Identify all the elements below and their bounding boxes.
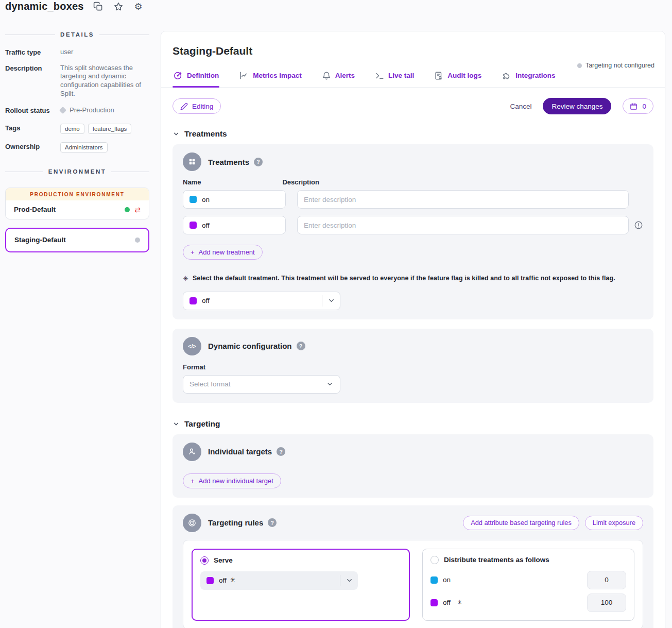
- environment-divider: ENVIRONMENT: [5, 168, 149, 175]
- treatments-section-heading: Treatments: [184, 129, 227, 139]
- treatment-description-input[interactable]: [297, 190, 629, 209]
- pencil-icon: [180, 103, 188, 110]
- format-label: Format: [183, 363, 643, 371]
- tags-label: Tags: [5, 124, 60, 132]
- individual-targets-help-icon[interactable]: ?: [277, 447, 285, 456]
- format-select[interactable]: Select format: [183, 375, 340, 394]
- favorite-star-icon[interactable]: [113, 1, 124, 12]
- change-queue-button[interactable]: 0: [623, 98, 653, 114]
- serve-label: Serve: [214, 556, 233, 564]
- environment-card-prod[interactable]: PRODUCTION ENVIRONMENT Prod-Default ⇄: [5, 188, 149, 219]
- production-environment-banner: PRODUCTION ENVIRONMENT: [6, 188, 149, 200]
- add-new-treatment-button[interactable]: + Add new treatment: [183, 245, 263, 260]
- puzzle-icon: [502, 71, 511, 80]
- info-icon[interactable]: [634, 220, 643, 232]
- dynamic-configuration-card: </> Dynamic configuration ? Format Selec…: [173, 329, 653, 403]
- chevron-down-icon: [322, 297, 340, 304]
- targeting-rules-help-icon[interactable]: ?: [268, 518, 277, 527]
- dynamic-configuration-title: Dynamic configuration: [208, 342, 292, 350]
- rollout-status-row: Rollout status Pre-Production: [5, 106, 149, 114]
- calendar-icon: [630, 103, 637, 110]
- targeting-section-toggle[interactable]: Targeting: [173, 419, 653, 429]
- tab-audit-logs[interactable]: Audit logs: [434, 67, 482, 87]
- cancel-button[interactable]: Cancel: [510, 103, 531, 110]
- copy-icon[interactable]: [93, 1, 104, 12]
- chevron-down-icon: [340, 576, 358, 584]
- distribution-percent-input-off[interactable]: [587, 593, 626, 612]
- ownership-label: Ownership: [5, 142, 60, 150]
- distribution-row: on: [430, 571, 626, 589]
- targeting-rules-card: Targeting rules ? Add attribute based ta…: [173, 505, 653, 628]
- chevron-down-icon: [173, 130, 180, 138]
- inactive-status-dot: [135, 237, 140, 243]
- rollout-status-value: Pre-Production: [60, 106, 149, 114]
- default-asterisk-icon: ✳: [457, 599, 462, 606]
- plus-icon: +: [191, 248, 195, 256]
- distribute-option-box[interactable]: Distribute treatments as follows on off …: [422, 549, 634, 621]
- owner-chip[interactable]: Administrators: [60, 142, 108, 152]
- tab-definition[interactable]: Definition: [173, 67, 219, 87]
- traffic-type-row: Traffic type user: [5, 48, 149, 57]
- tag-chip[interactable]: feature_flags: [88, 124, 132, 134]
- traffic-type-label: Traffic type: [5, 48, 60, 56]
- treatment-description-input[interactable]: [297, 216, 629, 234]
- editing-button[interactable]: Editing: [173, 98, 221, 114]
- tag-chip[interactable]: demo: [60, 124, 84, 134]
- distribute-label: Distribute treatments as follows: [444, 556, 549, 564]
- bell-icon: [322, 71, 331, 80]
- settings-gear-icon[interactable]: ⚙: [133, 1, 144, 12]
- default-treatment-select[interactable]: off: [183, 292, 340, 310]
- distribution-percent-input-on[interactable]: [587, 571, 626, 589]
- distribution-row: off ✳: [430, 593, 626, 612]
- tab-bar: Definition Metrics impact Alerts Live ta…: [161, 67, 665, 88]
- metrics-chart-icon: [239, 71, 249, 80]
- targeting-rules-title: Targeting rules: [208, 518, 263, 527]
- tags-row: Tags demo feature_flags: [5, 124, 149, 134]
- main-panel: Targeting not configured Staging-Default…: [161, 31, 665, 628]
- serve-treatment-select[interactable]: off ✳: [200, 571, 358, 590]
- serve-option-box[interactable]: Serve off ✳: [192, 549, 410, 621]
- treatment-color-swatch-off: [206, 577, 214, 584]
- treatments-section-toggle[interactable]: Treatments: [173, 129, 653, 139]
- treatment-name-input-on[interactable]: on: [183, 190, 286, 209]
- tab-live-tail[interactable]: Live tail: [374, 67, 415, 87]
- bullseye-icon: [183, 514, 201, 532]
- distribute-radio[interactable]: [430, 556, 439, 564]
- treatment-color-swatch-off: [430, 599, 438, 606]
- limit-exposure-button[interactable]: Limit exposure: [585, 516, 643, 530]
- review-changes-button[interactable]: Review changes: [543, 98, 611, 114]
- terminal-icon: [375, 71, 384, 80]
- dynamic-configuration-help-icon[interactable]: ?: [297, 342, 305, 350]
- rollout-diamond-icon: [59, 107, 66, 114]
- description-label: Description: [5, 64, 60, 72]
- targeting-section-heading: Targeting: [184, 419, 220, 429]
- add-new-individual-target-button[interactable]: + Add new individual target: [183, 473, 281, 488]
- environment-card-staging[interactable]: Staging-Default: [5, 228, 149, 252]
- definition-target-icon: [173, 71, 183, 80]
- treatment-color-swatch-off: [189, 222, 197, 229]
- targeting-status: Targeting not configured: [577, 62, 654, 69]
- rule-panel: Serve off ✳: [183, 540, 643, 628]
- treatment-name-input-off[interactable]: off: [183, 216, 286, 234]
- description-value: This split showcases the targeting and d…: [60, 64, 149, 98]
- add-attribute-rules-button[interactable]: Add attribute based targeting rules: [463, 516, 579, 530]
- description-column-label: Description: [282, 178, 319, 186]
- targeting-status-text: Targeting not configured: [585, 62, 654, 69]
- edit-toolbar: Editing Cancel Review changes 0: [173, 98, 653, 114]
- tab-alerts[interactable]: Alerts: [321, 67, 355, 87]
- audit-log-icon: [434, 71, 443, 80]
- tab-metrics-impact[interactable]: Metrics impact: [238, 67, 302, 87]
- tab-integrations[interactable]: Integrations: [501, 67, 556, 87]
- page: dynamic_boxes ⚙ DETAILS Traffic type use…: [0, 0, 672, 628]
- treatments-help-icon[interactable]: ?: [254, 158, 263, 166]
- treatment-row: off: [183, 216, 629, 234]
- details-divider: DETAILS: [5, 31, 149, 38]
- treatment-row: on: [183, 190, 629, 209]
- rollout-status-label: Rollout status: [5, 106, 60, 114]
- serve-radio[interactable]: [200, 556, 209, 565]
- chevron-down-icon: [173, 420, 180, 428]
- environment-title: Staging-Default: [173, 45, 653, 57]
- traffic-swap-icon[interactable]: ⇄: [134, 206, 141, 213]
- traffic-type-value: user: [60, 48, 149, 57]
- environment-heading: ENVIRONMENT: [48, 168, 106, 175]
